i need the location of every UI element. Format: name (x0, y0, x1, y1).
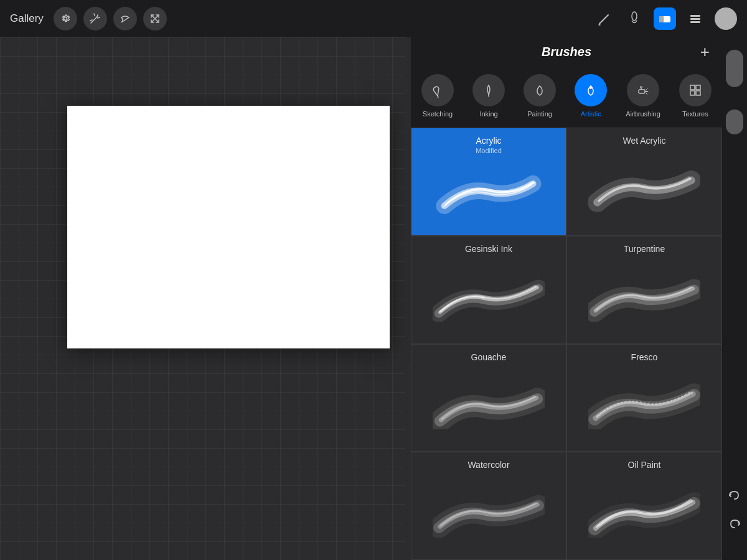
brush-watercolor-stroke (416, 471, 561, 554)
brushes-title: Brushes (542, 45, 591, 59)
brush-turpentine[interactable]: Turpentine (566, 236, 722, 344)
tab-textures[interactable]: Textures (674, 72, 716, 120)
brush-fresco-stroke (572, 363, 716, 447)
svg-rect-13 (690, 91, 695, 95)
brush-wet-acrylic-name: Wet Acrylic (623, 136, 666, 146)
svg-point-0 (96, 16, 98, 17)
toolbar-left: Gallery (10, 7, 167, 30)
inking-label: Inking (479, 110, 497, 118)
svg-rect-14 (696, 91, 700, 95)
svg-point-1 (632, 12, 637, 21)
artistic-icon (575, 74, 607, 106)
tab-inking[interactable]: Inking (467, 72, 510, 120)
brush-watercolor[interactable]: Watercolor (411, 452, 566, 560)
eraser-tool-button[interactable] (654, 7, 676, 30)
toolbar: Gallery (0, 0, 747, 37)
airbrushing-label: Airbrushing (626, 110, 660, 118)
brush-gesinski-ink-name: Gesinski Ink (465, 244, 512, 254)
brush-oil-paint-stroke (572, 471, 716, 554)
airbrushing-icon (627, 74, 659, 106)
brush-fresco[interactable]: Fresco (566, 344, 722, 452)
brush-gesinski-ink-stroke (416, 255, 561, 338)
brush-wet-acrylic-stroke (572, 147, 716, 230)
gallery-button[interactable]: Gallery (10, 12, 44, 25)
tab-artistic[interactable]: Artistic (570, 72, 612, 120)
scroll-handle-top[interactable] (726, 50, 743, 87)
brush-gesinski-ink[interactable]: Gesinski Ink (411, 236, 566, 344)
brush-acrylic-name: Acrylic (476, 136, 501, 146)
category-tabs: Sketching Inking Painting (411, 67, 722, 128)
svg-rect-9 (639, 90, 645, 93)
tab-sketching[interactable]: Sketching (416, 72, 459, 120)
magic-button[interactable] (83, 7, 107, 30)
layers-button[interactable] (685, 8, 706, 29)
brush-turpentine-stroke (572, 255, 716, 338)
svg-rect-12 (696, 85, 700, 90)
brush-fresco-name: Fresco (631, 352, 658, 362)
tab-airbrushing[interactable]: Airbrushing (621, 72, 665, 120)
settings-button[interactable] (54, 7, 77, 30)
textures-label: Textures (682, 110, 708, 118)
brushes-header: Brushes + (411, 37, 722, 67)
svg-rect-6 (690, 18, 700, 20)
brush-watercolor-name: Watercolor (467, 460, 509, 470)
transform-button[interactable] (143, 7, 167, 30)
brush-gouache-name: Gouache (471, 352, 507, 362)
undo-button[interactable] (727, 488, 742, 506)
inking-icon (472, 74, 505, 106)
brush-gouache[interactable]: Gouache (411, 344, 566, 452)
undo-redo-group (727, 488, 742, 548)
redo-button[interactable] (727, 516, 742, 535)
svg-rect-7 (690, 21, 700, 23)
svg-point-8 (590, 86, 592, 89)
textures-icon (679, 74, 712, 106)
svg-rect-3 (659, 16, 664, 22)
brush-wet-acrylic[interactable]: Wet Acrylic (566, 128, 722, 236)
svg-rect-5 (690, 15, 700, 17)
smudge-tool-button[interactable] (624, 8, 645, 29)
smudge-button[interactable] (113, 7, 137, 30)
painting-label: Painting (527, 110, 552, 118)
right-scrollbar (722, 37, 747, 560)
brushes-panel: Brushes + Sketching Inking (411, 37, 722, 560)
brush-oil-paint-name: Oil Paint (628, 460, 661, 470)
artistic-label: Artistic (581, 110, 601, 118)
svg-point-10 (641, 86, 642, 88)
brush-gouache-stroke (416, 363, 561, 447)
svg-rect-11 (690, 85, 695, 90)
scroll-handle-bottom[interactable] (726, 110, 743, 134)
brush-tool-button[interactable] (594, 8, 615, 29)
sketching-icon (421, 74, 454, 106)
brush-acrylic-subtitle: Modified (476, 147, 502, 154)
sketching-label: Sketching (423, 110, 453, 118)
tab-painting[interactable]: Painting (519, 72, 561, 120)
add-brush-button[interactable]: + (700, 42, 710, 62)
brush-turpentine-name: Turpentine (624, 244, 665, 254)
drawing-canvas[interactable] (67, 106, 390, 348)
painting-icon (524, 74, 556, 106)
brush-acrylic[interactable]: Acrylic Modified (411, 128, 566, 236)
user-avatar[interactable] (715, 7, 737, 30)
brush-grid: Acrylic Modified Wet A (411, 128, 722, 560)
brush-acrylic-stroke (416, 159, 561, 230)
brush-oil-paint[interactable]: Oil Paint (566, 452, 722, 560)
toolbar-right (594, 7, 737, 30)
